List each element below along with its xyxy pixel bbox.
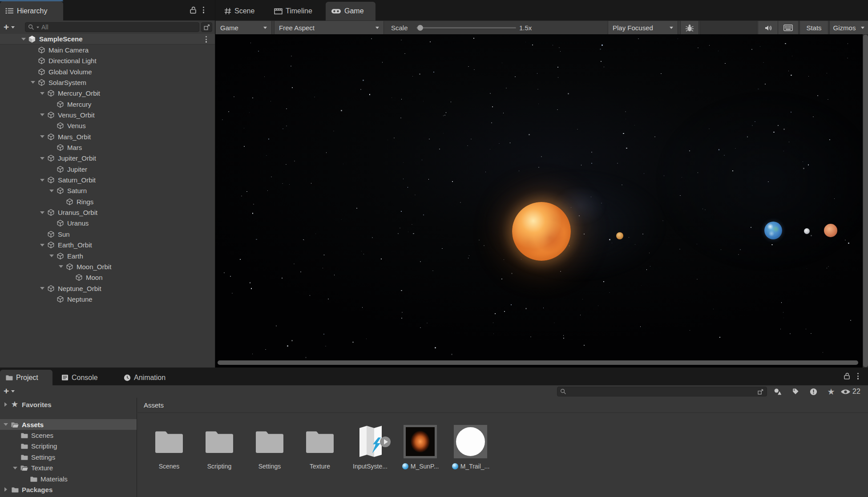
horizontal-scrollbar[interactable]: [218, 360, 858, 365]
star: [765, 84, 766, 85]
hierarchy-item-neptune[interactable]: Neptune: [0, 294, 215, 304]
collapse-arrow-icon[interactable]: [2, 487, 10, 492]
game-viewport[interactable]: [215, 34, 868, 368]
hierarchy-item-global-volume[interactable]: Global Volume: [0, 66, 215, 77]
expand-arrow-icon[interactable]: [38, 113, 46, 116]
hierarchy-search-field[interactable]: [25, 22, 199, 32]
keyboard-shortcuts-button[interactable]: [778, 21, 798, 35]
favorites-star-button[interactable]: ★: [823, 387, 839, 396]
hierarchy-item-jupiter[interactable]: Jupiter: [0, 164, 215, 174]
project-tree-item-packages[interactable]: Packages: [0, 484, 137, 495]
scale-slider-knob[interactable]: [417, 25, 423, 31]
project-search-field[interactable]: [557, 387, 767, 396]
scene-menu-kebab-icon[interactable]: [206, 36, 207, 43]
hierarchy-item-mars[interactable]: Mars: [0, 142, 215, 153]
project-tree-item-materials[interactable]: Materials: [0, 473, 137, 484]
tab-hierarchy[interactable]: Hierarchy: [0, 1, 63, 20]
expand-arrow-icon[interactable]: [38, 157, 46, 160]
debug-bug-button[interactable]: [681, 21, 698, 35]
project-tree-item-assets[interactable]: Assets: [0, 419, 137, 430]
expand-arrow-icon[interactable]: [29, 81, 37, 84]
hierarchy-item-rings[interactable]: Rings: [0, 196, 215, 207]
search-picker-icon[interactable]: [757, 388, 764, 395]
hierarchy-item-saturn-orbit[interactable]: Saturn_Orbit: [0, 175, 215, 186]
search-picker-button[interactable]: [201, 22, 212, 32]
hierarchy-item-venus[interactable]: Venus: [0, 121, 215, 131]
gizmos-dropdown[interactable]: Gizmos: [830, 21, 868, 35]
expand-arrow-icon[interactable]: [38, 92, 46, 95]
project-tree-item-texture[interactable]: Texture: [0, 463, 137, 473]
tab-timeline[interactable]: Timeline: [269, 2, 326, 20]
unlock-icon[interactable]: [190, 6, 197, 14]
expand-arrow-icon[interactable]: [57, 265, 65, 268]
expand-arrow-icon[interactable]: [2, 423, 10, 426]
expand-arrow-icon[interactable]: [11, 467, 19, 469]
vertical-scrollbar[interactable]: [863, 34, 868, 368]
hierarchy-item-sun[interactable]: Sun: [0, 229, 215, 239]
asset-item-texture[interactable]: Texture: [296, 424, 343, 473]
aspect-ratio-dropdown[interactable]: Free Aspect: [275, 21, 384, 35]
expand-arrow-icon[interactable]: [38, 211, 46, 214]
asset-item-m-sunp-[interactable]: M_SunP...: [397, 424, 444, 473]
hierarchy-item-main-camera[interactable]: Main Camera: [0, 44, 215, 55]
hierarchy-item-mercury-orbit[interactable]: Mercury_Orbit: [0, 88, 215, 99]
hierarchy-item-mercury[interactable]: Mercury: [0, 99, 215, 109]
hierarchy-item-earth-orbit[interactable]: Earth_Orbit: [0, 240, 215, 251]
search-by-label-button[interactable]: [787, 387, 803, 396]
hierarchy-item-jupiter-orbit[interactable]: Jupiter_Orbit: [0, 153, 215, 164]
hierarchy-item-earth[interactable]: Earth: [0, 251, 215, 261]
project-tree-item-scenes[interactable]: Scenes: [0, 430, 137, 440]
expand-arrow-icon[interactable]: [38, 179, 46, 182]
import-log-button[interactable]: [805, 387, 821, 396]
create-object-button[interactable]: +: [4, 22, 15, 32]
hierarchy-item-moon[interactable]: Moon: [0, 272, 215, 283]
star: [591, 152, 592, 153]
create-asset-button[interactable]: +: [4, 386, 15, 396]
hierarchy-item-venus-orbit[interactable]: Venus_Orbit: [0, 109, 215, 120]
hierarchy-item-solarsystem[interactable]: SolarSystem: [0, 77, 215, 88]
hierarchy-item-samplescene[interactable]: SampleScene: [0, 34, 215, 44]
hierarchy-item-neptune-orbit[interactable]: Neptune_Orbit: [0, 283, 215, 294]
asset-item-scripting[interactable]: Scripting: [196, 424, 243, 473]
expand-arrow-icon[interactable]: [48, 190, 56, 192]
tab-console[interactable]: Console: [56, 370, 112, 385]
project-tree-item-settings[interactable]: Settings: [0, 452, 137, 462]
expand-arrow-icon[interactable]: [38, 244, 46, 246]
hierarchy-item-uranus[interactable]: Uranus: [0, 218, 215, 229]
expand-arrow-icon[interactable]: [48, 255, 56, 257]
hierarchy-item-mars-orbit[interactable]: Mars_Orbit: [0, 131, 215, 142]
project-tree-item-scripting[interactable]: Scripting: [0, 441, 137, 452]
play-mode-dropdown[interactable]: Play Focused: [608, 21, 678, 35]
hierarchy-menu-kebab-icon[interactable]: [203, 7, 204, 13]
hierarchy-search-input[interactable]: [41, 24, 196, 31]
star: [806, 329, 807, 330]
tab-scene[interactable]: Scene: [219, 2, 266, 20]
tab-project[interactable]: Project: [0, 370, 52, 385]
project-search-input[interactable]: [568, 388, 755, 395]
asset-item-scenes[interactable]: Scenes: [145, 424, 193, 473]
stats-button[interactable]: Stats: [800, 21, 828, 35]
asset-item-inputsyste-[interactable]: InputSyste...: [347, 424, 394, 473]
display-dropdown[interactable]: Game: [216, 21, 271, 35]
hierarchy-item-directional-light[interactable]: Directional Light: [0, 56, 215, 66]
scale-slider[interactable]: [416, 21, 516, 35]
asset-item-settings[interactable]: Settings: [246, 424, 293, 473]
hierarchy-item-uranus-orbit[interactable]: Uranus_Orbit: [0, 207, 215, 218]
hierarchy-item-saturn[interactable]: Saturn: [0, 186, 215, 196]
hierarchy-item-moon-orbit[interactable]: Moon_Orbit: [0, 261, 215, 272]
asset-item-m-trail-[interactable]: M_Trail_...: [447, 424, 494, 473]
expand-arrow-icon[interactable]: [20, 38, 28, 40]
collapse-arrow-icon[interactable]: [2, 402, 10, 407]
mute-audio-button[interactable]: [758, 21, 778, 35]
unlock-icon[interactable]: [844, 372, 850, 380]
tab-game[interactable]: Game: [326, 2, 375, 20]
hidden-count-eye-button[interactable]: [839, 387, 852, 396]
tab-animation[interactable]: Animation: [118, 370, 182, 385]
project-tree-item-favorites[interactable]: ★Favorites: [0, 399, 137, 410]
search-by-type-button[interactable]: [770, 387, 786, 396]
expand-arrow-icon[interactable]: [38, 287, 46, 290]
star: [529, 134, 530, 135]
expand-arrow-icon[interactable]: [38, 135, 46, 138]
tree-item-label: Materials: [40, 475, 68, 483]
project-menu-kebab-icon[interactable]: [857, 373, 859, 380]
